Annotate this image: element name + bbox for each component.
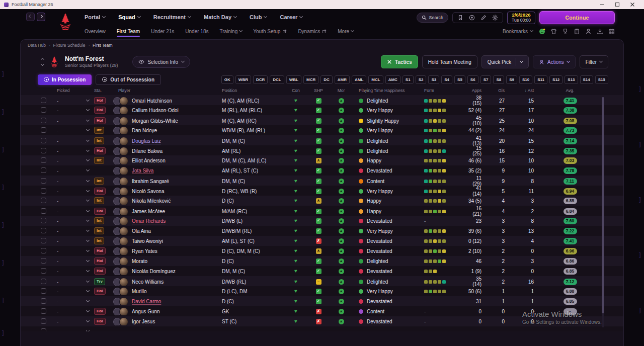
picked-dropdown[interactable]: - bbox=[51, 145, 94, 156]
shirt-icon[interactable] bbox=[550, 28, 557, 35]
download-icon[interactable] bbox=[597, 28, 603, 35]
col-avg[interactable]: Avg. bbox=[549, 88, 591, 93]
row-checkbox[interactable] bbox=[41, 188, 46, 194]
position-chip-mcl[interactable]: MCL bbox=[368, 75, 383, 84]
quick-pick-button[interactable]: Quick Pick bbox=[481, 55, 529, 68]
filter-button[interactable]: Filter bbox=[580, 55, 608, 68]
nav-club[interactable]: Club bbox=[250, 14, 267, 20]
position-chip-s15[interactable]: S15 bbox=[595, 75, 608, 84]
table-row[interactable]: -Jota SilvaAM (RL), ST (C)♥✓▴Devastated3… bbox=[21, 165, 623, 176]
quick-pick-dropdown[interactable] bbox=[516, 58, 523, 66]
continue-button[interactable]: Continue bbox=[539, 11, 615, 24]
row-checkbox[interactable] bbox=[41, 328, 46, 332]
picked-dropdown[interactable]: - bbox=[51, 186, 94, 197]
table-row[interactable]: -HolMorgan Gibbs-WhiteM (C), AM (RC)♥✓▴S… bbox=[21, 115, 623, 125]
table-row[interactable]: -IntDouglas LuizDM, M (C)♥✓▴Delighted41 … bbox=[21, 135, 623, 145]
row-checkbox[interactable] bbox=[41, 107, 46, 113]
table-row[interactable]: -IntOla AinaD/WB/M (RL)♥✓▴Very Happy39 (… bbox=[21, 226, 623, 236]
picked-dropdown[interactable]: - bbox=[51, 216, 94, 226]
table-row[interactable]: -HolCallum Hudson-OdoiM (RL), AM (RLC)♥✓… bbox=[21, 105, 623, 115]
picked-dropdown[interactable]: - bbox=[51, 105, 94, 115]
position-chip-s1[interactable]: S1 bbox=[403, 75, 414, 84]
picked-dropdown[interactable]: - bbox=[51, 306, 94, 316]
player-name[interactable]: Angus Gunn bbox=[132, 309, 160, 314]
row-checkbox[interactable] bbox=[41, 258, 46, 264]
row-checkbox[interactable] bbox=[41, 178, 46, 184]
position-chip-s11[interactable]: S11 bbox=[534, 75, 547, 84]
position-chip-s7[interactable]: S7 bbox=[480, 75, 492, 84]
picked-dropdown[interactable]: - bbox=[51, 296, 94, 306]
picked-dropdown[interactable]: - bbox=[51, 246, 94, 256]
table-row[interactable]: -HolRyan YatesD (C), DM, M (C)♥∧▴Devasta… bbox=[21, 246, 623, 256]
breadcrumb-item[interactable]: First Team bbox=[93, 43, 113, 48]
col-gls[interactable]: Gls bbox=[497, 88, 520, 93]
table-row[interactable]: -HolOmari HutchinsonM (C), AM (RLC)♥✓▴De… bbox=[21, 95, 623, 105]
table-row[interactable]: -IntOmar RichardsD/WB (L)♥✓▴Devastated-2… bbox=[21, 216, 623, 226]
player-name[interactable]: Elliot Anderson bbox=[132, 158, 166, 163]
subnav-more[interactable]: More bbox=[338, 26, 354, 37]
player-name[interactable]: Nicolò Savona bbox=[132, 189, 164, 194]
row-checkbox[interactable] bbox=[41, 157, 46, 163]
table-row[interactable]: -IntTaiwo AwoniyiAM (L), ST (C)♥✗▴Devast… bbox=[21, 236, 623, 246]
player-name[interactable]: Ryan Yates bbox=[132, 248, 157, 254]
hold-team-meeting-button[interactable]: Hold Team Meeting bbox=[422, 55, 477, 68]
col-sta[interactable]: Sta. bbox=[94, 88, 112, 93]
picked-dropdown[interactable]: - bbox=[51, 165, 94, 176]
player-name[interactable]: Morgan Gibbs-White bbox=[132, 118, 178, 124]
nav-squad[interactable]: Squad bbox=[118, 14, 140, 20]
bookmark-icon[interactable] bbox=[457, 15, 463, 21]
table-row[interactable]: -HolNicolò SavonaD (RC), WB (R)♥✓▴Very H… bbox=[21, 186, 623, 196]
position-chip-amc[interactable]: AMC bbox=[385, 75, 400, 84]
picked-dropdown[interactable]: - bbox=[51, 256, 94, 266]
col-happiness[interactable]: Playing Time Happiness bbox=[353, 88, 418, 93]
position-chip-s9[interactable]: S9 bbox=[506, 75, 517, 84]
collapse-up-button[interactable] bbox=[40, 57, 45, 61]
table-row[interactable]: -IntElliot AndersonDM, M (C), AM (LC)♥∧▴… bbox=[21, 155, 623, 165]
player-name[interactable]: Omar Richards bbox=[132, 218, 166, 224]
row-checkbox[interactable] bbox=[41, 268, 46, 274]
position-chip-dcl[interactable]: DCL bbox=[270, 75, 284, 84]
bookmarks-dropdown[interactable]: Bookmarks bbox=[503, 29, 533, 34]
picked-dropdown[interactable]: - bbox=[51, 196, 94, 206]
back-button[interactable] bbox=[26, 13, 35, 21]
picked-dropdown[interactable]: - bbox=[51, 206, 94, 217]
collapse-down-button[interactable] bbox=[40, 63, 45, 66]
player-name[interactable]: David Carmo bbox=[132, 299, 161, 304]
tab-out-of-possession[interactable]: Out of Possession bbox=[96, 74, 161, 85]
picked-dropdown[interactable]: - bbox=[51, 95, 94, 106]
table-row[interactable]: -HolDilane BakwaAM (RL)♥✓▴Delighted15 (2… bbox=[21, 145, 623, 155]
player-name[interactable]: Callum Hudson-Odoi bbox=[132, 108, 179, 113]
row-checkbox[interactable] bbox=[41, 228, 46, 233]
position-chip-s6[interactable]: S6 bbox=[467, 75, 478, 84]
maximize-button[interactable] bbox=[610, 0, 625, 9]
row-checkbox[interactable] bbox=[41, 308, 46, 314]
table-row[interactable]: -HolMurilloD (LC), DM♥✓▴Very Happy50 (6)… bbox=[21, 286, 623, 296]
position-chip-s8[interactable]: S8 bbox=[493, 75, 504, 84]
tactics-button[interactable]: Tactics bbox=[381, 55, 418, 68]
picked-dropdown[interactable]: - bbox=[51, 236, 94, 246]
position-chip-s4[interactable]: S4 bbox=[441, 75, 452, 84]
row-checkbox[interactable] bbox=[41, 298, 46, 304]
col-con[interactable]: Con bbox=[284, 88, 307, 93]
row-checkbox[interactable] bbox=[41, 198, 46, 203]
picked-dropdown[interactable]: - bbox=[51, 226, 94, 236]
calendar-icon[interactable] bbox=[608, 28, 615, 35]
player-name[interactable]: Taiwo Awoniyi bbox=[132, 238, 163, 244]
forward-button[interactable] bbox=[37, 13, 45, 21]
player-name[interactable]: Douglas Luiz bbox=[132, 138, 161, 144]
scrollbar-thumb[interactable] bbox=[602, 97, 604, 313]
col-apps[interactable]: Apps bbox=[467, 88, 497, 93]
minimize-button[interactable] bbox=[595, 0, 610, 9]
subnav-training[interactable]: Training bbox=[219, 26, 242, 37]
position-chip-s3[interactable]: S3 bbox=[428, 75, 439, 84]
table-row[interactable]: -HolJames McAteeM/AM (RC)♥✓▴Happy16 (21)… bbox=[21, 206, 623, 216]
picked-dropdown[interactable]: - bbox=[51, 276, 94, 287]
row-checkbox[interactable] bbox=[41, 248, 46, 253]
picked-dropdown[interactable]: - bbox=[51, 155, 94, 165]
row-checkbox[interactable] bbox=[41, 218, 46, 223]
picked-dropdown[interactable]: - bbox=[51, 316, 94, 326]
table-scrollbar[interactable] bbox=[602, 97, 604, 327]
close-button[interactable] bbox=[625, 0, 640, 9]
col-position[interactable]: Position bbox=[222, 88, 284, 93]
col-shp[interactable]: SHP bbox=[307, 88, 330, 93]
